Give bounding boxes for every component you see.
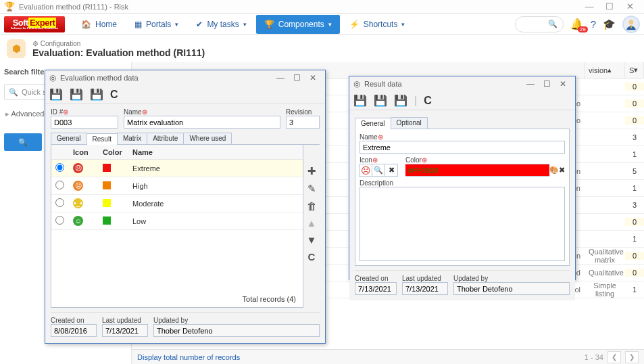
eval-window-close[interactable]: ✕	[305, 73, 321, 83]
save-and-exit-icon[interactable]: 💾	[353, 94, 367, 107]
tab-optional[interactable]: Optional	[391, 117, 428, 129]
refresh-list-icon[interactable]: C	[308, 251, 316, 263]
description-label: Description	[360, 179, 565, 187]
tab-general[interactable]: General	[355, 118, 391, 129]
tab-matrix[interactable]: Matrix	[117, 133, 147, 144]
face-icon: ☹	[73, 181, 83, 191]
tab-whereused[interactable]: Where used	[183, 133, 232, 144]
nav-mytasks[interactable]: ✔ My tasks ▾	[188, 15, 254, 34]
global-search[interactable]: 🔍	[515, 16, 564, 32]
result-window-title[interactable]: ◎ Result data — ☐ ✕	[349, 76, 575, 91]
name-label: Name⊛	[124, 108, 280, 116]
eval-window-minimize[interactable]: —	[272, 73, 289, 83]
page-icon: ⬢	[7, 39, 26, 58]
pager: 1 - 34 ❮ ❯	[585, 351, 639, 363]
eval-window-maximize[interactable]: ☐	[289, 73, 305, 83]
nav-shortcuts[interactable]: ⚡ Shortcuts ▾	[341, 15, 414, 34]
save-and-new-icon[interactable]: 💾	[90, 88, 103, 101]
os-maximize[interactable]: ☐	[599, 1, 620, 12]
updated-by-label: Updated by	[153, 317, 320, 324]
graduate-icon[interactable]: 🎓	[603, 18, 616, 30]
result-radio[interactable]	[55, 181, 64, 189]
face-icon: ☺	[73, 216, 83, 226]
os-close[interactable]: ✕	[620, 1, 640, 12]
save-and-exit-icon[interactable]: 💾	[49, 88, 63, 101]
revision-label: Revision	[286, 108, 320, 116]
eval-tabs: General Result Matrix Attribute Where us…	[51, 133, 320, 145]
result-window-maximize[interactable]: ☐	[539, 79, 555, 89]
save-icon[interactable]: 💾	[70, 88, 83, 101]
tab-attribute[interactable]: Attribute	[147, 133, 184, 144]
tab-result[interactable]: Result	[86, 133, 118, 145]
refresh-icon[interactable]: C	[110, 89, 118, 101]
face-icon: •_•	[73, 198, 83, 208]
nav-portals[interactable]: ▦ Portals ▾	[126, 15, 187, 34]
created-on-label: Created on	[355, 275, 397, 282]
updated-by-field	[453, 282, 570, 295]
pager-range: 1 - 34	[585, 353, 603, 361]
id-field[interactable]	[51, 116, 118, 129]
gear-icon: ◎	[353, 79, 360, 89]
display-total-link[interactable]: Display total number of records	[137, 353, 240, 361]
result-actions: ✚ ✎ 🗑 ▲ ▼ C	[303, 145, 320, 308]
last-updated-label: Last updated	[402, 275, 448, 282]
col-icon: Icon	[69, 148, 99, 156]
search-button[interactable]: 🔍	[4, 133, 42, 151]
icon-search[interactable]: 🔍	[372, 164, 385, 177]
result-row[interactable]: ☹High	[51, 177, 303, 195]
icon-clear[interactable]: ✖	[385, 164, 398, 177]
result-radio[interactable]	[55, 198, 64, 207]
save-and-new-icon[interactable]: 💾	[394, 94, 407, 107]
result-row[interactable]: ☹Extreme	[51, 160, 303, 177]
os-title: Evaluation method (RI111) - Risk	[19, 3, 579, 11]
result-radio[interactable]	[55, 163, 64, 172]
move-down-icon[interactable]: ▼	[307, 234, 317, 246]
name-field[interactable]	[360, 141, 565, 154]
nav-mytasks-label: My tasks	[207, 20, 239, 29]
result-window-toolbar: 💾 💾 💾 | C	[349, 91, 575, 110]
description-field[interactable]	[360, 187, 565, 261]
edit-icon[interactable]: ✎	[307, 183, 316, 195]
nav-components[interactable]: 🏆 Components ▾	[256, 15, 340, 34]
nav-portals-label: Portals	[146, 20, 171, 29]
page-header: ⬢ Configuration Evaluation: Evaluation m…	[0, 35, 644, 62]
result-window-close[interactable]: ✕	[555, 79, 571, 89]
os-minimize[interactable]: —	[579, 1, 599, 12]
nav-home[interactable]: 🏠 Home	[73, 15, 125, 34]
result-row[interactable]: ☺Low	[51, 212, 303, 230]
id-label: ID #⊛	[51, 108, 118, 116]
result-row[interactable]: •_•Moderate	[51, 195, 303, 212]
eval-window-title[interactable]: ◎ Evaluation method data — ☐ ✕	[45, 70, 325, 85]
tab-general[interactable]: General	[51, 133, 87, 144]
app-icon: 🏆	[4, 1, 15, 12]
color-swatch	[103, 217, 111, 225]
col-name: Name	[128, 148, 303, 156]
color-label: Color⊛	[405, 156, 565, 164]
updated-by-field	[153, 324, 320, 337]
color-pick[interactable]: 🎨	[549, 166, 559, 175]
avatar[interactable]	[622, 16, 640, 33]
nav-shortcuts-label: Shortcuts	[364, 20, 398, 29]
move-up-icon[interactable]: ▲	[307, 217, 317, 229]
result-tabs: General Optional	[355, 117, 570, 129]
col-revision[interactable]: vision ▴	[585, 62, 625, 78]
result-radio[interactable]	[55, 216, 64, 225]
pager-next[interactable]: ❯	[625, 351, 639, 363]
pager-prev[interactable]: ❮	[608, 351, 621, 363]
revision-field[interactable]	[286, 116, 320, 129]
delete-icon[interactable]: 🗑	[307, 200, 317, 212]
breadcrumb[interactable]: Configuration	[32, 40, 205, 47]
color-clear[interactable]: ✖	[559, 166, 565, 175]
icon-label: Icon⊛	[360, 156, 400, 164]
result-window-minimize[interactable]: —	[522, 79, 539, 89]
color-swatch	[103, 181, 111, 189]
notifications-icon[interactable]: 🔔29	[570, 18, 584, 30]
refresh-icon[interactable]: C	[424, 95, 432, 107]
help-icon[interactable]: ?	[591, 18, 596, 30]
add-icon[interactable]: ✚	[307, 165, 316, 177]
name-field[interactable]	[124, 116, 280, 129]
last-updated-label: Last updated	[102, 317, 148, 324]
save-icon[interactable]: 💾	[374, 94, 387, 107]
col-s[interactable]: S ▾	[625, 62, 644, 78]
result-window: ◎ Result data — ☐ ✕ 💾 💾 💾 | C General Op…	[349, 76, 576, 280]
